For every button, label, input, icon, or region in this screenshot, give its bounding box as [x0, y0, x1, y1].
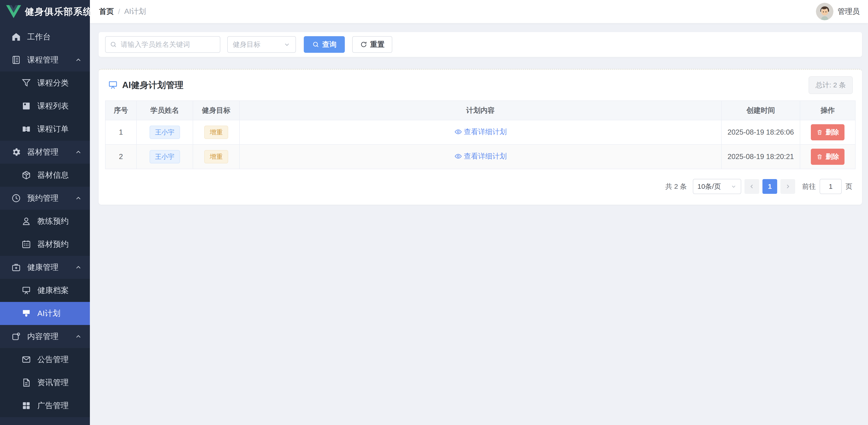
- student-name-tag: 王小宇: [150, 150, 180, 163]
- delete-button[interactable]: 删除: [811, 124, 844, 140]
- sidebar-item-label: 内容管理: [27, 331, 59, 342]
- col-header-plan: 计划内容: [240, 101, 721, 120]
- delete-button-label: 删除: [826, 128, 839, 137]
- refresh-icon: [360, 41, 367, 48]
- chevron-up-icon: [75, 264, 82, 271]
- ticket-icon: [21, 124, 31, 134]
- sidebar-group-content[interactable]: 内容管理: [0, 325, 90, 348]
- sidebar-item-news[interactable]: 资讯管理: [0, 371, 90, 394]
- chevron-up-icon: [75, 194, 82, 202]
- cell-index: 1: [105, 120, 136, 145]
- app-title: 健身俱乐部系统: [25, 5, 93, 18]
- username-label: 管理员: [838, 6, 860, 17]
- filter-bar: 健身目标 查询 重置: [99, 32, 862, 57]
- sidebar-item-course-list[interactable]: 课程列表: [0, 94, 90, 118]
- fitness-goal-select-value: 健身目标: [233, 40, 260, 49]
- view-icon: [454, 152, 462, 160]
- cell-index: 2: [105, 145, 136, 169]
- sidebar-item-health-records[interactable]: 健康档案: [0, 279, 90, 302]
- sidebar-item-ads[interactable]: 广告管理: [0, 394, 90, 417]
- next-page-button[interactable]: [780, 179, 795, 194]
- sidebar-group-course[interactable]: 课程管理: [0, 49, 90, 71]
- sidebar-item-label: 器材管理: [27, 147, 59, 157]
- sidebar-item-course-orders[interactable]: 课程订单: [0, 118, 90, 141]
- ai-plan-icon: [21, 308, 31, 318]
- sidebar-item-equipment-booking[interactable]: 器材预约: [0, 233, 90, 256]
- first-aid-icon: [11, 262, 21, 272]
- view-plan-label: 查看详细计划: [464, 151, 507, 161]
- search-button[interactable]: 查询: [304, 36, 345, 53]
- clock-icon: [11, 193, 21, 203]
- notebook-icon: [11, 55, 21, 65]
- sidebar: 健身俱乐部系统 工作台 课程管理 课程分类 课程列表 课程订单: [0, 0, 90, 425]
- col-header-student: 学员姓名: [136, 101, 193, 120]
- ai-plan-card: AI健身计划管理 总计: 2 条 序号 学员姓名 健身目标 计划内容 创建时间 …: [99, 69, 862, 205]
- breadcrumb: 首页 / AI计划: [99, 6, 146, 17]
- submenu-content: 公告管理 资讯管理 广告管理: [0, 348, 90, 417]
- submenu-course: 课程分类 课程列表 课程订单: [0, 71, 90, 141]
- sidebar-menu: 工作台 课程管理 课程分类 课程列表 课程订单 器材管理: [0, 23, 90, 417]
- keyword-input-wrap: [105, 36, 220, 53]
- gear-icon: [11, 147, 21, 157]
- card-title: AI健身计划管理: [122, 79, 183, 91]
- chevron-up-icon: [75, 56, 82, 64]
- sidebar-item-label: 资讯管理: [37, 377, 69, 388]
- sidebar-item-label: 预约管理: [27, 193, 59, 204]
- topbar: 首页 / AI计划 管理员: [90, 0, 868, 23]
- sidebar-group-booking[interactable]: 预约管理: [0, 187, 90, 210]
- main-area: 首页 / AI计划 管理员: [90, 0, 868, 425]
- fitness-goal-select[interactable]: 健身目标: [227, 36, 296, 53]
- sidebar-item-label: 课程列表: [37, 101, 69, 111]
- view-plan-link[interactable]: 查看详细计划: [454, 127, 507, 137]
- sidebar-item-label: 教练预约: [37, 216, 69, 226]
- sidebar-item-label: 广告管理: [37, 400, 69, 411]
- sidebar-group-health[interactable]: 健康管理: [0, 256, 90, 279]
- goto-suffix: 页: [845, 182, 852, 191]
- goto-label: 前往: [802, 182, 816, 191]
- submenu-equipment: 器材信息: [0, 164, 90, 187]
- view-plan-link[interactable]: 查看详细计划: [454, 151, 507, 161]
- goto-page-input[interactable]: [819, 179, 842, 194]
- sidebar-item-course-category[interactable]: 课程分类: [0, 71, 90, 94]
- page-number-1[interactable]: 1: [763, 179, 777, 194]
- prev-page-button[interactable]: [744, 179, 759, 194]
- card-header: AI健身计划管理 总计: 2 条: [99, 70, 862, 100]
- sidebar-item-coach-booking[interactable]: 教练预约: [0, 210, 90, 233]
- sidebar-item-label: 健康档案: [37, 285, 69, 296]
- cell-created-at: 2025-08-19 18:26:06: [721, 120, 800, 145]
- goal-tag: 增重: [204, 126, 228, 139]
- sidebar-item-announcements[interactable]: 公告管理: [0, 348, 90, 371]
- delete-button-label: 删除: [826, 152, 839, 161]
- pagination: 共 2 条 10条/页 1 前往 页: [99, 169, 862, 194]
- sidebar-item-ai-plan[interactable]: AI计划: [0, 302, 90, 325]
- mail-icon: [21, 355, 31, 365]
- sidebar-item-equipment-info[interactable]: 器材信息: [0, 164, 90, 187]
- reset-button[interactable]: 重置: [352, 36, 392, 53]
- copy-document-icon: [11, 331, 21, 341]
- table-row: 2 王小宇 增重 查看详细计划 2025-08-19 18:20:21: [105, 145, 855, 169]
- sidebar-item-label: 课程分类: [37, 78, 69, 88]
- chevron-down-icon: [283, 41, 290, 48]
- cell-created-at: 2025-08-19 18:20:21: [721, 145, 800, 169]
- page-size-value: 10条/页: [698, 182, 721, 191]
- keyword-search-input[interactable]: [105, 36, 220, 53]
- presentation-board-icon: [21, 285, 31, 296]
- col-header-index: 序号: [105, 101, 136, 120]
- app-logo-row: 健身俱乐部系统: [0, 0, 90, 23]
- sidebar-item-workbench[interactable]: 工作台: [0, 25, 90, 49]
- delete-button[interactable]: 删除: [811, 149, 844, 165]
- avatar[interactable]: [816, 3, 833, 20]
- chevron-up-icon: [75, 148, 82, 156]
- sidebar-item-label: 器材信息: [37, 170, 69, 180]
- sidebar-item-label: 器材预约: [37, 239, 69, 250]
- sidebar-group-equipment[interactable]: 器材管理: [0, 141, 90, 164]
- user-box[interactable]: 管理员: [816, 3, 860, 20]
- submenu-health: 健康档案 AI计划: [0, 279, 90, 325]
- breadcrumb-current: AI计划: [124, 6, 146, 17]
- submenu-booking: 教练预约 器材预约: [0, 210, 90, 256]
- page-size-select[interactable]: 10条/页: [693, 179, 741, 194]
- breadcrumb-home[interactable]: 首页: [99, 6, 114, 17]
- home-icon: [11, 32, 21, 42]
- breadcrumb-separator: /: [118, 7, 120, 16]
- user-icon: [21, 216, 31, 226]
